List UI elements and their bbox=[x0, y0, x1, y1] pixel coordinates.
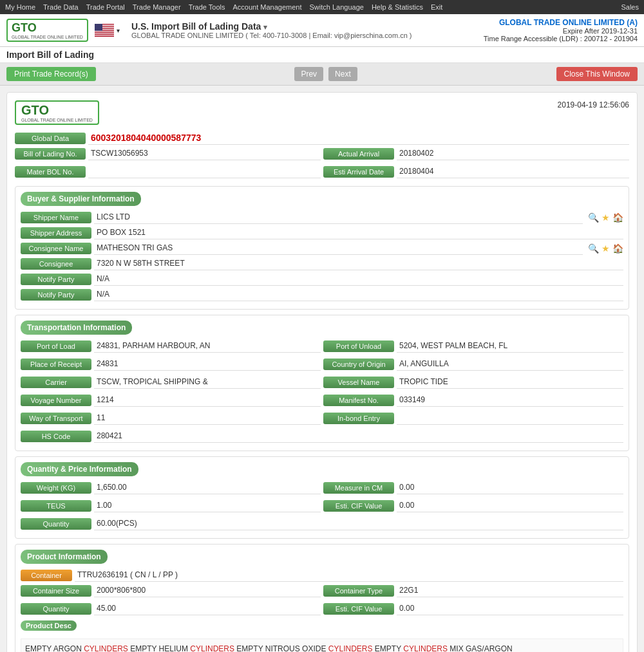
highlight-cylinders-2: CYLINDERS bbox=[190, 644, 234, 652]
port-load-row: Port of Load 24831, PARHAM HARBOUR, AN bbox=[21, 340, 321, 353]
nav-switch-language[interactable]: Switch Language bbox=[310, 3, 364, 11]
esti-arrival-label: Esti Arrival Date bbox=[323, 166, 394, 178]
bol-no-row: Bill of Lading No. TSCW13056953 bbox=[15, 147, 321, 160]
port-unload-label: Port of Unload bbox=[323, 340, 394, 352]
esti-cif-value: 0.00 bbox=[397, 499, 623, 512]
carrier-value: TSCW, TROPICAL SHIPPING & bbox=[94, 376, 321, 389]
container-size-row: Container Size 2000*806*800 bbox=[21, 584, 321, 597]
container-row: Container TTRU2636191 ( CN / L / PP ) bbox=[21, 569, 623, 582]
qty-row: Quantity 60.00(PCS) bbox=[21, 517, 623, 530]
shipper-home-icon[interactable]: 🏠 bbox=[612, 212, 623, 223]
qty-label: Quantity bbox=[21, 518, 91, 530]
place-receipt-label: Place of Receipt bbox=[21, 359, 91, 370]
vessel-row: Vessel Name TROPIC TIDE bbox=[323, 376, 623, 389]
container-label: Container bbox=[21, 570, 72, 581]
port-load-value: 24831, PARHAM HARBOUR, AN bbox=[94, 340, 321, 353]
container-value: TTRU2636191 ( CN / L / PP ) bbox=[75, 569, 623, 582]
consignee-home-icon[interactable]: 🏠 bbox=[612, 243, 623, 254]
voyage-label: Voyage Number bbox=[21, 395, 91, 406]
vessel-value: TROPIC TIDE bbox=[397, 376, 623, 389]
bol-no-value: TSCW13056953 bbox=[88, 147, 321, 160]
mater-bol-esti-row: Mater BOL No. Esti Arrival Date 20180404 bbox=[15, 165, 629, 181]
prod-cif-label: Esti. CIF Value bbox=[323, 603, 394, 615]
nav-help-statistics[interactable]: Help & Statistics bbox=[372, 3, 423, 11]
flag-dropdown-icon[interactable]: ▾ bbox=[117, 27, 120, 34]
esti-arrival-row: Esti Arrival Date 20180404 bbox=[323, 165, 629, 178]
measure-row: Measure in CM 0.00 bbox=[323, 481, 623, 494]
shipper-name-row: Shipper Name LICS LTD 🔍 ★ 🏠 bbox=[21, 211, 623, 224]
way-transport-value: 11 bbox=[94, 412, 321, 425]
esti-cif-label: Esti. CIF Value bbox=[323, 500, 394, 512]
expire-date: Expire After 2019-12-31 bbox=[484, 27, 638, 35]
way-transport-row: Way of Transport 11 bbox=[21, 412, 321, 425]
country-origin-row: Country of Origin AI, ANGUILLA bbox=[323, 358, 623, 371]
esti-arrival-value: 20180404 bbox=[397, 165, 629, 178]
port-load-label: Port of Load bbox=[21, 340, 91, 352]
record-card: GTO GLOBAL TRADE ONLINE LIMITED 2019-04-… bbox=[6, 92, 638, 652]
header-bar: GTO GLOBAL TRADE ONLINE LIMITED bbox=[0, 14, 644, 47]
prod-qty-label: Quantity bbox=[21, 603, 91, 615]
teus-label: TEUS bbox=[21, 500, 91, 512]
nav-trade-tools[interactable]: Trade Tools bbox=[189, 3, 225, 11]
logo-text: GTO bbox=[12, 21, 37, 34]
close-top-button[interactable]: Close This Window bbox=[556, 67, 638, 81]
header-title-dropdown[interactable]: ▾ bbox=[263, 23, 267, 31]
manifest-label: Manifest No. bbox=[323, 395, 394, 406]
prod-cif-row: Esti. CIF Value 0.00 bbox=[323, 602, 623, 615]
us-flag-icon bbox=[95, 24, 114, 37]
print-top-button[interactable]: Print Trade Record(s) bbox=[6, 67, 96, 81]
nav-trade-portal[interactable]: Trade Portal bbox=[86, 3, 125, 11]
way-transport-label: Way of Transport bbox=[21, 413, 91, 424]
weight-measure-row: Weight (KG) 1,650.00 Measure in CM 0.00 bbox=[21, 481, 623, 497]
nav-trade-manager[interactable]: Trade Manager bbox=[133, 3, 181, 11]
header-subtitle: GLOBAL TRADE ONLINE LIMITED ( Tel: 400-7… bbox=[131, 32, 412, 39]
next-top-button[interactable]: Next bbox=[328, 67, 357, 81]
nav-trade-data[interactable]: Trade Data bbox=[43, 3, 79, 11]
voyage-manifest-row: Voyage Number 1214 Manifest No. 033149 bbox=[21, 394, 623, 409]
place-receipt-row: Place of Receipt 24831 bbox=[21, 358, 321, 371]
global-data-label: Global Data bbox=[15, 133, 86, 144]
container-type-value: 22G1 bbox=[397, 584, 623, 597]
notify-party-1-value: N/A bbox=[94, 273, 623, 286]
header-right: GLOBAL TRADE ONLINE LIMITED (A) Expire A… bbox=[484, 18, 638, 42]
nav-account-management[interactable]: Account Management bbox=[233, 3, 302, 11]
hs-code-label: HS Code bbox=[21, 431, 91, 442]
header-title: U.S. Import Bill of Lading Data ▾ bbox=[131, 21, 412, 32]
record-logo-sub: GLOBAL TRADE ONLINE LIMITED bbox=[21, 118, 93, 122]
svg-rect-12 bbox=[95, 35, 114, 37]
esti-cif-row: Esti. CIF Value 0.00 bbox=[323, 499, 623, 512]
consignee-search-icon[interactable]: 🔍 bbox=[588, 243, 599, 254]
svg-rect-9 bbox=[95, 33, 114, 34]
shipper-name-label: Shipper Name bbox=[21, 212, 91, 223]
place-receipt-value: 24831 bbox=[94, 358, 321, 371]
container-size-value: 2000*806*800 bbox=[94, 584, 321, 597]
nav-exit[interactable]: Exit bbox=[431, 3, 442, 11]
svg-rect-10 bbox=[95, 33, 114, 35]
nav-my-home[interactable]: My Home bbox=[5, 3, 35, 11]
voyage-row: Voyage Number 1214 bbox=[21, 394, 321, 407]
buyer-supplier-section: Buyer & Supplier Information Shipper Nam… bbox=[15, 186, 629, 310]
consignee-icons: 🔍 ★ 🏠 bbox=[588, 243, 623, 254]
shipper-star-icon[interactable]: ★ bbox=[601, 212, 610, 223]
measure-label: Measure in CM bbox=[323, 482, 394, 494]
shipper-address-value: PO BOX 1521 bbox=[94, 227, 623, 239]
quantity-price-header: Quantity & Price Information bbox=[21, 462, 138, 476]
svg-rect-7 bbox=[95, 31, 114, 32]
carrier-vessel-row: Carrier TSCW, TROPICAL SHIPPING & Vessel… bbox=[21, 376, 623, 391]
consignee-star-icon[interactable]: ★ bbox=[601, 243, 610, 254]
top-toolbar: Print Trade Record(s) Prev Next Close Th… bbox=[0, 63, 644, 86]
port-unload-value: 5204, WEST PALM BEACH, FL bbox=[397, 340, 623, 353]
prod-qty-value: 45.00 bbox=[94, 602, 321, 615]
shipper-search-icon[interactable]: 🔍 bbox=[588, 212, 599, 223]
highlight-cylinders-1: CYLINDERS bbox=[84, 644, 128, 652]
product-section: Product Information Container TTRU263619… bbox=[15, 544, 629, 652]
logo-subtext: GLOBAL TRADE ONLINE LIMITED bbox=[12, 35, 83, 39]
global-data-value: 6003201804040000587773 bbox=[88, 131, 629, 145]
shipper-name-value: LICS LTD bbox=[94, 211, 583, 224]
hs-code-value: 280421 bbox=[94, 430, 623, 443]
vessel-label: Vessel Name bbox=[323, 377, 394, 388]
page-title: Import Bill of Lading bbox=[0, 47, 644, 63]
prev-top-button[interactable]: Prev bbox=[294, 67, 323, 81]
mater-bol-value bbox=[88, 165, 321, 178]
main-content: GTO GLOBAL TRADE ONLINE LIMITED 2019-04-… bbox=[0, 86, 644, 652]
